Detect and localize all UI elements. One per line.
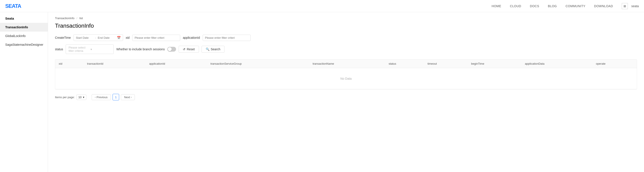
page-size-chevron-icon: ▾ [83, 96, 84, 99]
logo-blue: ATA [12, 3, 21, 9]
col-status: status [385, 59, 424, 68]
page-title: TransactionInfo [55, 22, 637, 29]
header-row: xid transactionId applicationId transact… [55, 59, 637, 68]
table-header: xid transactionId applicationId transact… [55, 59, 637, 68]
logo-black: SE [5, 3, 12, 9]
no-data-row: No Data [55, 68, 637, 89]
chevron-right-icon: › [131, 96, 132, 98]
create-time-label: CreateTime [55, 36, 71, 39]
breadcrumb-parent[interactable]: TransactionInfo [55, 16, 74, 20]
nav-links: HOME CLOUD DOCS BLOG COMMUNITY DOWNLOAD [492, 4, 613, 8]
filter-row-2: status Please select filter criteria ▾ W… [55, 44, 637, 54]
next-button[interactable]: Next › [121, 94, 135, 100]
page-size-select[interactable]: 10 ▾ [76, 95, 86, 100]
sidebar-item-transactioninfo[interactable]: TransactionInfo [0, 23, 48, 31]
status-select[interactable]: Please select filter criteria ▾ [66, 44, 114, 54]
page-size-value: 10 [78, 96, 81, 99]
sidebar-item-sagastatemachinedesigner[interactable]: SagaStatemachineDesigner [0, 40, 48, 49]
no-data-message: No Data [55, 68, 637, 89]
nav-docs[interactable]: DOCS [530, 4, 539, 8]
col-timeout: timeout [424, 59, 468, 68]
start-date-input[interactable] [76, 36, 93, 39]
col-transaction-name: transactionName [309, 59, 385, 68]
col-transaction-service-group: transactionServiceGroup [207, 59, 309, 68]
date-separator: - [95, 36, 96, 39]
sidebar: Seata TransactionInfo GlobalLockInfo Sag… [0, 12, 48, 172]
col-xid: xid [55, 59, 84, 68]
nav-home[interactable]: HOME [492, 4, 501, 8]
chevron-down-icon: ▾ [90, 48, 111, 51]
reset-icon: ↺ [183, 47, 186, 51]
col-transaction-id: transactionId [84, 59, 146, 68]
sidebar-item-globallockinfo[interactable]: GlobalLockInfo [0, 31, 48, 40]
col-application-id: applicationId [146, 59, 207, 68]
top-nav: SEATA HOME CLOUD DOCS BLOG COMMUNITY DOW… [0, 0, 644, 12]
status-label: status [55, 47, 63, 51]
search-label: Search [211, 47, 220, 51]
nav-right: ⊞ seata [622, 3, 639, 9]
main-content: TransactionInfo / list TransactionInfo C… [48, 12, 644, 172]
language-button[interactable]: ⊞ [622, 3, 628, 9]
sidebar-title: Seata [0, 12, 48, 23]
branch-sessions-toggle[interactable] [167, 47, 176, 52]
current-page-number[interactable]: 1 [112, 94, 119, 100]
table-body: No Data [55, 68, 637, 89]
col-application-data: applicationData [522, 59, 592, 68]
breadcrumb-sep: / [76, 16, 78, 20]
logo: SEATA [5, 3, 21, 9]
filter-row-1: CreateTime - 📅 xid applicationId [55, 34, 637, 41]
user-name: seata [631, 4, 639, 8]
end-date-input[interactable] [98, 36, 115, 39]
items-per-page: Items per page: 10 ▾ [55, 95, 86, 100]
previous-label: Previous [96, 96, 108, 99]
next-label: Next [124, 96, 130, 99]
breadcrumb-current: list [80, 16, 83, 20]
col-operate: operate [592, 59, 637, 68]
chevron-left-icon: ‹ [95, 96, 96, 98]
nav-community[interactable]: COMMUNITY [566, 4, 585, 8]
items-per-page-label: Items per page: [55, 96, 74, 99]
layout: Seata TransactionInfo GlobalLockInfo Sag… [0, 12, 644, 172]
calendar-icon: 📅 [117, 36, 121, 39]
branch-sessions-label: Whether to include branch sessions [116, 47, 165, 51]
search-button[interactable]: 🔍 Search [202, 46, 224, 53]
application-id-input[interactable] [203, 35, 251, 41]
nav-download[interactable]: DOWNLOAD [594, 4, 613, 8]
search-icon: 🔍 [206, 47, 210, 51]
breadcrumb: TransactionInfo / list [55, 16, 637, 20]
pagination: Items per page: 10 ▾ ‹ Previous 1 Next › [55, 94, 637, 100]
reset-button[interactable]: ↺ Reset [179, 46, 199, 53]
nav-cloud[interactable]: CLOUD [510, 4, 522, 8]
status-select-value: Please select filter criteria [68, 46, 89, 52]
data-table: xid transactionId applicationId transact… [55, 59, 637, 89]
col-begin-time: beginTime [468, 59, 522, 68]
nav-blog[interactable]: BLOG [548, 4, 557, 8]
previous-button[interactable]: ‹ Previous [92, 94, 111, 100]
date-range-picker[interactable]: - 📅 [74, 34, 123, 41]
xid-input[interactable] [132, 35, 180, 41]
xid-label: xid [126, 36, 130, 39]
reset-label: Reset [187, 47, 195, 51]
application-id-label: applicationId [183, 36, 200, 39]
transaction-table: xid transactionId applicationId transact… [55, 59, 637, 89]
